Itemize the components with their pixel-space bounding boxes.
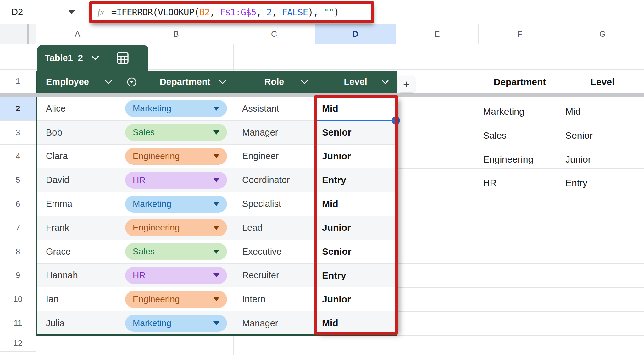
role-cell[interactable]: Executive	[233, 240, 315, 263]
cell-F2[interactable]: Marketing	[479, 97, 561, 121]
table-header-row: Employee Department Role Level	[36, 71, 397, 93]
name-box[interactable]: D2	[11, 0, 23, 24]
tab-divider	[107, 45, 107, 71]
column-header-E[interactable]: E	[396, 24, 479, 44]
column-header-G[interactable]: G	[561, 24, 644, 44]
column-header-D[interactable]: D	[315, 24, 396, 44]
employee-cell[interactable]: Hannah	[37, 264, 119, 287]
formula-text[interactable]: =IFERROR(VLOOKUP(B2, F$1:G$5, 2, FALSE),…	[111, 7, 339, 18]
plus-icon: +	[403, 78, 410, 91]
department-chip[interactable]: HR	[125, 267, 227, 284]
department-cell[interactable]: Marketing	[119, 192, 233, 216]
column-header-B[interactable]: B	[119, 24, 233, 44]
employee-cell[interactable]: Grace	[37, 240, 119, 263]
cell-F4[interactable]: Engineering	[479, 145, 561, 169]
chip-dropdown-icon	[213, 154, 219, 158]
column-header-A[interactable]: A	[36, 24, 119, 44]
cell-F3[interactable]: Sales	[479, 121, 561, 145]
department-cell[interactable]: Engineering	[119, 145, 233, 168]
column-header-C[interactable]: C	[233, 24, 315, 44]
role-cell[interactable]: Recruiter	[233, 264, 315, 287]
spreadsheet-app: 1 2 3 4 5 6 7 8 9 10 11 12 Department Le…	[0, 0, 644, 355]
table-name-tab[interactable]: Table1_2	[37, 45, 148, 71]
employee-cell[interactable]: Ian	[37, 287, 119, 311]
department-chip[interactable]: Marketing	[125, 100, 227, 117]
fx-icon: fx	[97, 7, 104, 18]
cell-G5[interactable]: Entry	[561, 168, 644, 192]
add-column-button[interactable]: +	[398, 76, 415, 92]
department-chip[interactable]: Engineering	[125, 219, 227, 236]
department-cell[interactable]: Engineering	[119, 287, 233, 311]
role-cell[interactable]: Intern	[233, 287, 315, 311]
column-header-strip: A B C D E F G	[0, 24, 644, 44]
role-cell[interactable]: Specialist	[233, 192, 315, 216]
row-header-2[interactable]: 2	[0, 97, 36, 121]
department-cell[interactable]: Sales	[119, 240, 233, 263]
table-grid-icon[interactable]	[116, 51, 129, 64]
cell-G3[interactable]: Senior	[561, 121, 644, 145]
employee-cell[interactable]: Emma	[37, 192, 119, 216]
role-cell[interactable]: Manager	[233, 121, 315, 144]
employee-cell[interactable]: Julia	[37, 311, 119, 335]
table-column-header-role[interactable]: Role	[233, 71, 315, 93]
department-cell[interactable]: Sales	[119, 121, 233, 144]
lookup-header-level[interactable]: Level	[561, 71, 644, 93]
chip-dropdown-icon	[213, 321, 219, 325]
chip-dropdown-icon	[213, 202, 219, 206]
chevron-down-icon[interactable]	[301, 80, 308, 84]
role-cell[interactable]: Lead	[233, 216, 315, 240]
employee-cell[interactable]: Bob	[37, 121, 119, 144]
chip-dropdown-icon	[213, 297, 219, 301]
row-header-5[interactable]: 5	[0, 168, 36, 192]
table-column-header-department[interactable]: Department	[119, 71, 233, 93]
employee-cell[interactable]: Alice	[37, 97, 119, 120]
department-chip[interactable]: Engineering	[125, 291, 227, 308]
role-cell[interactable]: Engineer	[233, 145, 315, 168]
formula-bar: D2 fx =IFERROR(VLOOKUP(B2, F$1:G$5, 2, F…	[0, 0, 644, 24]
row-header-3[interactable]: 3	[0, 121, 36, 145]
department-chip[interactable]: HR	[125, 172, 227, 189]
department-cell[interactable]: Engineering	[119, 216, 233, 240]
column-header-F[interactable]: F	[479, 24, 561, 44]
role-cell[interactable]: Coordinator	[233, 168, 315, 192]
cell-G4[interactable]: Junior	[561, 145, 644, 169]
department-chip[interactable]: Marketing	[125, 196, 227, 213]
row-header-7[interactable]: 7	[0, 216, 36, 240]
chevron-down-icon[interactable]	[105, 80, 112, 84]
table-column-header-employee[interactable]: Employee	[37, 71, 119, 93]
chip-dropdown-icon	[213, 130, 219, 135]
table-column-header-level[interactable]: Level	[315, 71, 396, 93]
employee-cell[interactable]: Clara	[37, 145, 119, 168]
chevron-down-icon[interactable]	[219, 80, 226, 84]
row-header-8[interactable]: 8	[0, 240, 36, 263]
employee-cell[interactable]: Frank	[37, 216, 119, 240]
department-cell[interactable]: Marketing	[119, 97, 233, 120]
row-header-4[interactable]: 4	[0, 145, 36, 168]
name-box-dropdown-icon[interactable]	[69, 10, 75, 14]
cell-G2[interactable]: Mid	[561, 97, 644, 121]
employee-cell[interactable]: David	[37, 168, 119, 192]
row-header-1[interactable]: 1	[0, 70, 36, 93]
chip-dropdown-icon	[213, 226, 219, 230]
lookup-header-department[interactable]: Department	[479, 71, 561, 93]
role-cell[interactable]: Manager	[233, 311, 315, 335]
department-cell[interactable]: HR	[119, 264, 233, 287]
row-header-10[interactable]: 10	[0, 287, 36, 311]
chip-dropdown-icon	[213, 273, 219, 277]
row-header-11[interactable]: 11	[0, 311, 36, 335]
department-chip[interactable]: Sales	[125, 243, 227, 260]
chevron-down-icon[interactable]	[91, 55, 99, 60]
department-chip[interactable]: Marketing	[125, 315, 227, 332]
row-header-6[interactable]: 6	[0, 192, 36, 216]
role-cell[interactable]: Assistant	[233, 97, 315, 120]
row-header-12[interactable]: 12	[0, 335, 36, 352]
department-chip[interactable]: Engineering	[125, 148, 227, 165]
chevron-down-icon[interactable]	[381, 80, 389, 84]
chip-dropdown-icon	[213, 178, 219, 182]
row-header-9[interactable]: 9	[0, 263, 36, 287]
select-all-corner[interactable]	[0, 24, 36, 44]
cell-F5[interactable]: HR	[479, 168, 561, 192]
department-cell[interactable]: Marketing	[119, 311, 233, 335]
department-cell[interactable]: HR	[119, 168, 233, 192]
department-chip[interactable]: Sales	[125, 124, 227, 141]
